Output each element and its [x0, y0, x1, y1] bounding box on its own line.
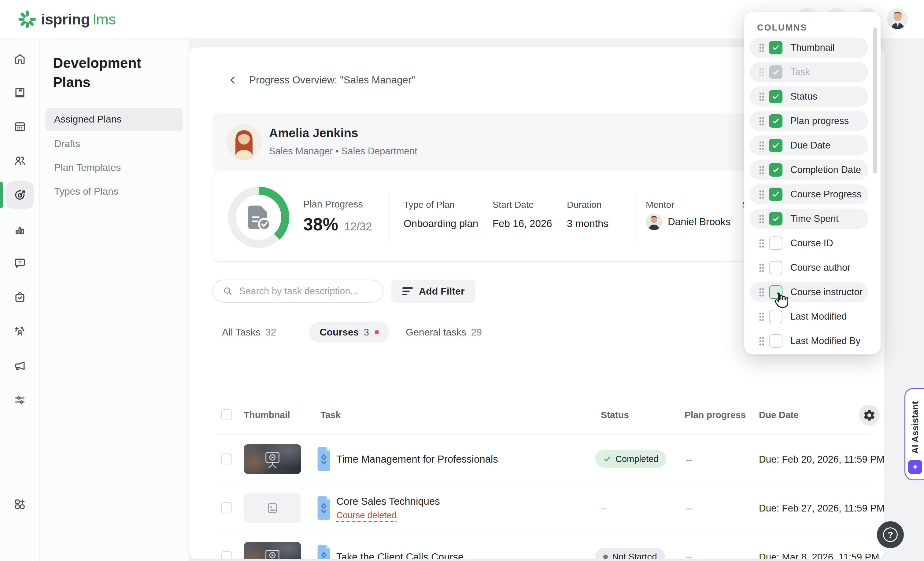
drag-handle-icon[interactable]: [759, 117, 764, 126]
tab-all-tasks[interactable]: All Tasks32: [222, 327, 276, 338]
rail-settings-button[interactable]: [6, 386, 34, 414]
checkbox-checked[interactable]: [769, 163, 782, 177]
rail-development-plans-button[interactable]: [6, 181, 34, 209]
rail-people-button[interactable]: [6, 147, 34, 175]
sidebar-item-plan-templates[interactable]: Plan Templates: [45, 156, 183, 180]
due-date: Due: Mar 8, 2026, 11:59 PM: [759, 552, 879, 559]
checkbox-unchecked[interactable]: [769, 334, 782, 348]
people-icon: [13, 154, 27, 168]
tab-general-tasks[interactable]: General tasks29: [406, 327, 482, 338]
target-arrow-icon: [13, 188, 27, 202]
not-started-dot-icon: [603, 555, 608, 559]
calendar-icon: [13, 120, 27, 133]
drag-handle-icon[interactable]: [759, 141, 764, 150]
checkbox-checked[interactable]: [769, 90, 782, 103]
filter-icon: [402, 287, 413, 295]
sparkle-icon: [908, 460, 922, 474]
rail-reports-button[interactable]: [6, 216, 34, 243]
column-toggle-completion-date[interactable]: Completion Date: [750, 160, 868, 180]
rail-courses-button[interactable]: [6, 79, 34, 106]
column-toggle-last-modified[interactable]: Last Modified: [750, 307, 868, 327]
table-row[interactable]: Time Management for Professionals Comple…: [189, 434, 885, 483]
column-settings-button[interactable]: [859, 405, 880, 426]
row-checkbox[interactable]: [221, 453, 232, 464]
rail-calendar-button[interactable]: [6, 113, 34, 140]
add-filter-button[interactable]: Add Filter: [392, 280, 476, 303]
checkbox-checked[interactable]: [769, 114, 782, 128]
rail-360-review-button[interactable]: [6, 318, 34, 345]
checkbox-unchecked[interactable]: [769, 261, 782, 274]
column-toggle-due-date[interactable]: Due Date: [750, 135, 868, 156]
drag-handle-icon[interactable]: [759, 239, 764, 248]
rail-tasks-button[interactable]: [6, 284, 34, 311]
drag-handle-icon[interactable]: [759, 190, 764, 199]
plan-document-icon: [246, 203, 272, 231]
checkbox-unchecked[interactable]: [769, 236, 782, 250]
sidebar-item-assigned-plans[interactable]: Assigned Plans: [45, 108, 183, 131]
type-of-plan-label: Type of Plan: [404, 199, 454, 210]
back-chevron-icon[interactable]: [228, 75, 238, 85]
ispring-logo[interactable]: ispringlms: [18, 10, 116, 28]
drag-handle-icon[interactable]: [759, 312, 764, 322]
employee-avatar: [226, 124, 262, 160]
checkbox-checked[interactable]: [769, 41, 782, 54]
drag-handle-icon[interactable]: [759, 337, 764, 346]
status-badge: Not Started: [595, 548, 665, 559]
rail-apps-button[interactable]: [6, 491, 34, 518]
status-value: –: [601, 502, 606, 514]
column-toggle-plan-progress[interactable]: Plan progress: [750, 111, 868, 131]
drag-handle-icon[interactable]: [759, 43, 764, 52]
table-row[interactable]: Core Sales Techniques Course deleted – –…: [189, 483, 885, 532]
task-title[interactable]: Take the Client Calls Course: [336, 551, 464, 559]
drag-handle-icon[interactable]: [759, 263, 764, 272]
checkbox-checked[interactable]: [769, 188, 782, 201]
active-nav-indicator: [0, 182, 3, 208]
select-all-checkbox[interactable]: [221, 409, 232, 420]
task-title[interactable]: Time Management for Professionals: [336, 453, 498, 465]
checkbox-checked[interactable]: [769, 139, 782, 152]
checkbox-checked[interactable]: [769, 212, 782, 226]
column-toggle-course-author[interactable]: Course author: [750, 257, 868, 278]
column-toggle-course-id[interactable]: Course ID: [750, 233, 868, 253]
rail-announcements-button[interactable]: [6, 352, 34, 380]
rail-home-button[interactable]: [6, 45, 34, 73]
sidebar-item-drafts[interactable]: Drafts: [45, 132, 183, 156]
user-avatar[interactable]: [887, 9, 908, 29]
home-icon: [13, 52, 27, 66]
course-file-icon: [317, 495, 330, 521]
table-row[interactable]: Take the Client Calls Course Not Started…: [189, 532, 885, 559]
mouse-cursor: [771, 291, 788, 308]
row-checkbox[interactable]: [221, 502, 232, 513]
rail-quizzes-button[interactable]: ?: [6, 249, 34, 277]
plan-progress-fraction: 12/32: [344, 220, 372, 233]
column-toggle-course-progress[interactable]: Course Progress: [750, 184, 868, 204]
plan-progress-value: –: [686, 551, 692, 559]
person-360-icon: [13, 325, 27, 338]
task-title[interactable]: Core Sales Techniques: [336, 496, 440, 507]
tab-courses[interactable]: Courses3: [309, 322, 389, 343]
column-toggle-last-modified-by[interactable]: Last Modified By: [750, 331, 868, 351]
column-toggle-course-instructor[interactable]: Course instructor: [750, 282, 868, 302]
drag-handle-icon[interactable]: [759, 287, 764, 297]
drag-handle-icon[interactable]: [759, 92, 764, 102]
employee-role: Sales Manager • Sales Department: [269, 146, 417, 157]
popover-scrollbar[interactable]: [873, 27, 877, 174]
header-thumbnail: Thumbnail: [244, 410, 290, 420]
checkbox-unchecked[interactable]: [769, 310, 782, 323]
bar-chart-icon: [13, 223, 27, 236]
mentor-name[interactable]: Daniel Brooks: [668, 216, 730, 227]
column-toggle-status[interactable]: Status: [750, 87, 868, 107]
course-deleted-note[interactable]: Course deleted: [336, 510, 397, 522]
column-toggle-time-spent[interactable]: Time Spent: [750, 209, 868, 229]
row-checkbox[interactable]: [221, 551, 232, 559]
sidebar-item-types-of-plans[interactable]: Types of Plans: [45, 180, 183, 203]
column-toggle-thumbnail[interactable]: Thumbnail: [750, 37, 868, 58]
drag-handle-icon[interactable]: [759, 214, 764, 224]
help-button[interactable]: ?: [877, 521, 904, 548]
drag-handle-icon[interactable]: [759, 165, 764, 175]
sliders-icon: [13, 393, 27, 407]
video-presentation-icon: [262, 450, 283, 469]
search-input[interactable]: [239, 286, 380, 297]
video-presentation-icon: [262, 548, 283, 559]
ai-assistant-tab[interactable]: AI Assistant: [904, 388, 924, 480]
